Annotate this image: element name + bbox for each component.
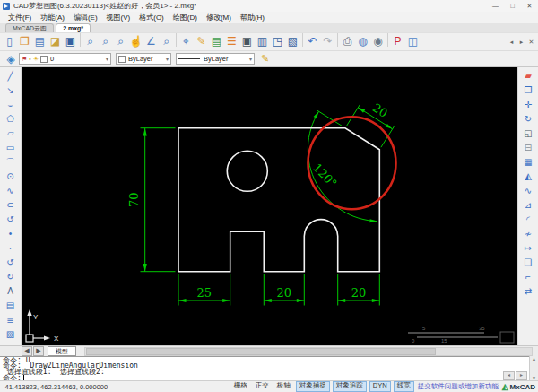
layer-state-icon[interactable]: ▥ [255,33,270,50]
linetype-select[interactable]: ByLayer ▾ [176,53,255,65]
rotate-icon[interactable]: ↻ [521,112,535,126]
document-tab[interactable]: MxCAD云图 [5,23,54,32]
save-as-icon[interactable]: ▣ [63,33,78,50]
menu-item[interactable]: 帮助(H) [236,12,269,23]
drawing-canvas[interactable]: 70 25 20 [22,67,517,345]
box3d-icon[interactable]: ❑ [521,256,535,270]
menu-item[interactable]: 功能(A) [36,12,69,23]
menu-item[interactable]: 文件(F) [4,12,36,23]
attr-edit-icon[interactable]: ▧ [285,33,300,50]
status-toggle[interactable]: 栅格 [231,381,250,390]
export-image-icon[interactable]: ◫ [405,33,421,50]
fillet-icon[interactable]: ◜ [521,213,535,227]
new-file-icon[interactable]: ▯ [2,33,17,50]
trim-icon[interactable]: ≁ [521,227,535,241]
scroll-up-icon[interactable]: ▲ [532,356,536,362]
save-icon[interactable]: ▤ [32,33,48,50]
menu-item[interactable]: 编辑(E) [69,12,102,23]
text-style-icon[interactable]: ☰ [224,33,239,50]
layout-scroll-right-icon[interactable]: ▶ [33,346,44,356]
status-toggle[interactable]: 线宽 [394,381,414,392]
point-icon[interactable]: • [4,227,18,241]
divide-icon[interactable]: ∙ [4,241,18,256]
arc-u-icon[interactable]: ⌣ [4,98,18,112]
open-folder-icon[interactable]: ◪ [48,33,63,50]
open-drawing-icon[interactable]: ❐ [17,33,32,50]
circle-icon[interactable]: ⊙ [4,170,18,184]
minimize-button[interactable]: — [487,1,504,12]
draw-pencil-icon[interactable]: ✎ [261,53,269,65]
select-icon[interactable]: ◳ [270,33,285,50]
model-tab[interactable]: 模型 [48,346,76,356]
extend-icon[interactable]: ↦ [521,241,535,256]
status-toggle[interactable]: 对象追踪 [333,381,367,392]
line-icon[interactable]: ╱ [4,69,18,83]
arc-icon[interactable]: ⌒ [4,155,18,170]
web-icon[interactable]: ◍ [355,33,370,50]
mtext-icon[interactable]: ≣ [4,313,18,327]
chamfer-icon[interactable]: ⊿ [521,198,535,213]
menu-item[interactable]: 修改(M) [202,12,236,23]
status-toggle[interactable]: DYN [369,381,391,392]
tab-scroll-right-icon[interactable]: ▸ [517,34,525,50]
menu-item[interactable]: 绘图(D) [169,12,202,23]
measure-icon[interactable]: ∠ [143,33,159,50]
polyline-icon[interactable]: ↘ [4,83,18,98]
tab-close-icon[interactable]: ✕ [527,34,535,50]
command-horizontal-scrollbar[interactable]: ◄ ► [503,371,527,380]
find-icon[interactable]: ⌖ [178,33,194,50]
erase-icon[interactable]: ▰ [521,69,535,83]
create-block-icon[interactable]: ↻ [4,270,18,284]
layers-panel-icon[interactable]: ◈ [3,53,19,65]
status-toggle[interactable]: 对象捕捉 [296,381,330,392]
layer-select[interactable]: ⚑▪☀ 0 ▾ [19,53,111,65]
move-icon[interactable]: ✛ [521,98,535,112]
maximize-button[interactable]: □ [504,1,521,12]
ellipse-arc-icon[interactable]: ⊂ [4,198,18,213]
menu-item[interactable]: 视图(V) [102,12,135,23]
copy-icon[interactable]: ❐ [521,83,535,98]
scroll-right-icon[interactable]: ► [516,371,527,380]
polygon-icon[interactable]: ⬠ [4,112,18,126]
menu-item[interactable]: 格式(O) [134,12,169,23]
print-icon[interactable]: ⎙ [340,33,355,50]
status-toggle[interactable]: 正交 [253,381,272,390]
scale-icon[interactable]: ◱ [521,126,535,141]
annotate-icon[interactable]: ✎ [194,33,209,50]
undo-icon[interactable]: ↶ [305,33,320,50]
command-vertical-scrollbar[interactable]: ▲ ▼ [529,356,538,380]
zoom-in-icon[interactable]: ⌕ [82,33,98,50]
revcloud-icon[interactable]: ↺ [4,213,18,227]
insert-block-icon[interactable]: ↺ [4,256,18,270]
redo-icon[interactable]: ↷ [320,33,335,50]
offset-icon[interactable]: ⊟ [521,141,535,155]
array-icon[interactable]: ▦ [521,155,535,170]
scrollbar-thumb[interactable] [86,348,436,355]
spline-icon[interactable]: ∿ [4,184,18,198]
tab-scroll-left-icon[interactable]: ◂ [508,34,516,50]
feedback-link[interactable]: 提交软件问题或增加新功能 [418,382,499,391]
pan-icon[interactable]: ☝ [128,33,143,50]
text-icon[interactable]: A [4,284,18,299]
hatch-icon[interactable]: ▨ [4,327,18,342]
web-publish-icon[interactable]: ◉ [370,33,386,50]
mirror-icon[interactable]: ◭ [521,170,535,184]
layer-manager-icon[interactable]: ▤ [209,33,224,50]
rectangle-icon[interactable]: ▭ [4,141,18,155]
status-toggle[interactable]: 极轴 [274,381,293,390]
break-icon[interactable]: ⌐ [521,270,535,284]
command-window[interactable]: 命令: U命令: _Draw2LineAngularDimension 选择直线… [0,356,538,380]
zoom-extents-icon[interactable]: ⌕ [113,33,128,50]
scroll-left-icon[interactable]: ◄ [503,371,515,380]
color-select[interactable]: ByLayer ▾ [116,53,171,65]
close-button[interactable]: ✕ [521,1,538,12]
shape-icon[interactable]: ▱ [4,126,18,141]
curve-icon[interactable]: ∿ [521,184,535,198]
document-tab[interactable]: 2.mxg* [56,23,91,32]
image-icon[interactable]: ▤ [4,299,18,313]
join-icon[interactable]: ⇄ [521,284,535,299]
viewport-icon[interactable]: ▣ [239,33,255,50]
zoom-object-icon[interactable]: ⌕ [159,33,174,50]
export-pdf-icon[interactable]: P [390,33,405,50]
zoom-window-icon[interactable]: ⌕ [98,33,113,50]
